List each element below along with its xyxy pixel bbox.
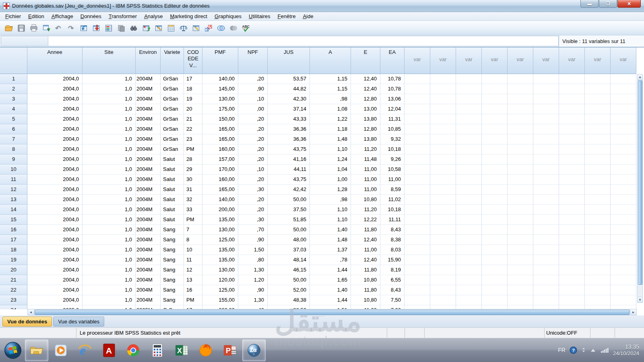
data-cell[interactable]: 2004M — [136, 255, 161, 265]
data-cell-empty[interactable] — [405, 165, 430, 175]
undo-icon[interactable]: ↶ — [52, 22, 65, 34]
data-cell[interactable]: 130,00 — [202, 225, 238, 235]
data-cell[interactable]: 10,85 — [380, 124, 405, 134]
data-cell-empty[interactable] — [482, 165, 508, 175]
data-cell[interactable]: 2004,0 — [27, 134, 83, 144]
column-header-jus[interactable]: JUS — [268, 47, 310, 74]
data-cell[interactable]: 2004M — [136, 84, 161, 94]
data-cell[interactable]: 33 — [184, 205, 202, 215]
row-number[interactable]: 3 — [0, 94, 27, 104]
data-cell-empty[interactable] — [611, 74, 636, 84]
data-cell-empty[interactable] — [456, 175, 482, 185]
data-cell[interactable]: 10,18 — [380, 205, 405, 215]
data-cell-empty[interactable] — [508, 195, 533, 205]
data-cell[interactable]: 12,22 — [351, 215, 380, 225]
row-number[interactable]: 1 — [0, 74, 27, 84]
data-cell[interactable]: 1,0 — [83, 215, 136, 225]
tray-arrows-icon[interactable] — [581, 348, 586, 352]
row-number[interactable]: 6 — [0, 124, 27, 134]
data-cell-empty[interactable] — [585, 84, 611, 94]
data-cell[interactable]: 2004M — [136, 275, 161, 285]
insert-cases-icon[interactable]: * — [140, 22, 152, 34]
menu-graphiques[interactable]: Graphiques — [211, 12, 245, 21]
data-cell-empty[interactable] — [405, 94, 430, 104]
column-header-e[interactable]: E — [351, 47, 380, 74]
data-cell[interactable]: 1,30 — [238, 295, 268, 305]
data-cell[interactable]: 1,22 — [310, 114, 351, 124]
data-cell-empty[interactable] — [456, 185, 482, 195]
data-cell-empty[interactable] — [611, 215, 636, 225]
data-cell[interactable]: 2004M — [136, 195, 161, 205]
data-cell-empty[interactable] — [611, 255, 636, 265]
column-header-annee[interactable]: Annee — [27, 47, 83, 74]
data-cell[interactable]: 130,00 — [202, 265, 238, 275]
data-cell-empty[interactable] — [559, 215, 585, 225]
data-cell-empty[interactable] — [559, 104, 585, 114]
row-number[interactable]: 8 — [0, 144, 27, 154]
data-cell-empty[interactable] — [405, 154, 430, 165]
data-cell-empty[interactable] — [559, 165, 585, 175]
data-cell[interactable]: 10,78 — [380, 74, 405, 84]
data-cell[interactable]: 130,00 — [202, 94, 238, 104]
data-cell[interactable]: 1,0 — [83, 124, 136, 134]
data-cell[interactable]: 8,43 — [380, 285, 405, 295]
data-cell-empty[interactable] — [559, 74, 585, 84]
row-number[interactable]: 2 — [0, 84, 27, 94]
goto-case-icon[interactable] — [77, 22, 90, 34]
data-cell[interactable]: 11,00 — [351, 245, 380, 255]
data-cell-empty[interactable] — [405, 255, 430, 265]
data-cell[interactable]: Sang — [161, 265, 184, 275]
data-cell-empty[interactable] — [508, 295, 533, 305]
data-cell[interactable]: 50,00 — [268, 225, 310, 235]
data-cell[interactable]: 11,11 — [380, 215, 405, 225]
data-cell[interactable]: 11,48 — [351, 154, 380, 165]
data-cell-empty[interactable] — [430, 74, 456, 84]
data-cell-empty[interactable] — [585, 134, 611, 144]
taskbar-powerpoint-icon[interactable]: P — [218, 339, 242, 361]
data-cell-empty[interactable] — [559, 124, 585, 134]
data-cell[interactable]: 1,0 — [83, 235, 136, 245]
redo-icon[interactable]: ↷ — [65, 22, 77, 34]
data-cell-empty[interactable] — [430, 114, 456, 124]
data-cell-empty[interactable] — [585, 124, 611, 134]
data-cell[interactable]: 37,50 — [268, 205, 310, 215]
data-cell[interactable]: ,20 — [238, 74, 268, 84]
data-cell[interactable]: 1,0 — [83, 195, 136, 205]
data-cell-empty[interactable] — [456, 215, 482, 225]
data-cell-empty[interactable] — [430, 225, 456, 235]
show-hidden-icons[interactable] — [590, 348, 596, 352]
row-number[interactable]: 19 — [0, 255, 27, 265]
data-cell-empty[interactable] — [533, 175, 559, 185]
data-cell[interactable]: 2004,0 — [27, 185, 83, 195]
data-cell[interactable]: 12,40 — [351, 84, 380, 94]
data-cell-empty[interactable] — [430, 144, 456, 154]
data-cell[interactable]: 2004,0 — [27, 295, 83, 305]
data-cell[interactable]: Salut — [161, 175, 184, 185]
data-cell[interactable]: Salut — [161, 205, 184, 215]
data-cell-empty[interactable] — [559, 94, 585, 104]
column-header-npf[interactable]: NPF — [238, 47, 268, 74]
help-tray-icon[interactable]: ? — [570, 346, 577, 354]
data-cell[interactable]: 1,15 — [310, 84, 351, 94]
data-cell[interactable]: 135,00 — [202, 245, 238, 255]
data-cell[interactable]: 2004M — [136, 74, 161, 84]
data-cell[interactable]: 2004M — [136, 205, 161, 215]
data-cell[interactable]: 165,00 — [202, 124, 238, 134]
data-cell-empty[interactable] — [508, 124, 533, 134]
data-cell[interactable]: 10,80 — [351, 275, 380, 285]
scroll-left-arrow[interactable]: ◄ — [28, 309, 34, 315]
data-cell[interactable]: 12,04 — [380, 104, 405, 114]
taskbar-calculator-icon[interactable] — [146, 339, 169, 361]
column-header-environ[interactable]: Environ — [136, 47, 161, 74]
data-cell[interactable]: 9,32 — [380, 134, 405, 144]
data-cell-empty[interactable] — [611, 185, 636, 195]
data-cell-empty[interactable] — [405, 84, 430, 94]
data-cell-empty[interactable] — [482, 114, 508, 124]
data-cell-empty[interactable] — [611, 94, 636, 104]
data-cell[interactable]: 2004M — [136, 225, 161, 235]
data-cell-empty[interactable] — [405, 144, 430, 154]
data-cell[interactable]: 2004,0 — [27, 175, 83, 185]
data-cell[interactable]: 1,65 — [310, 275, 351, 285]
close-button[interactable]: ✕ — [617, 0, 641, 8]
data-cell[interactable]: 13 — [184, 275, 202, 285]
